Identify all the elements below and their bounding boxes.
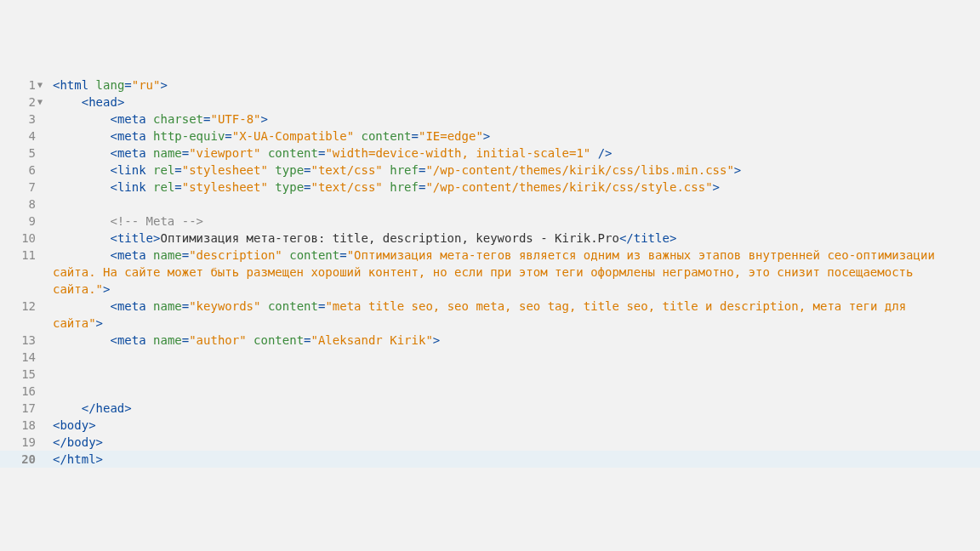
code-content[interactable]: <!-- Meta --> xyxy=(53,213,980,230)
code-line[interactable]: 9 <!-- Meta --> xyxy=(0,213,980,230)
code-content[interactable]: <title>Оптимизация мета-тегов: title, de… xyxy=(53,230,980,247)
code-content[interactable]: <link rel="stylesheet" type="text/css" h… xyxy=(53,162,980,179)
code-line[interactable]: 10 <title>Оптимизация мета-тегов: title,… xyxy=(0,230,980,247)
token-attr-name: lang xyxy=(96,78,125,92)
token-tag: head xyxy=(96,401,125,415)
token-punct: < xyxy=(110,146,117,160)
token-punct: = xyxy=(304,163,311,177)
code-content[interactable]: <html lang="ru"> xyxy=(53,77,980,94)
code-content[interactable]: <meta name="viewport" content="width=dev… xyxy=(53,145,980,162)
token-attr-val: "stylesheet" xyxy=(182,180,268,194)
token-punct: > xyxy=(483,129,490,143)
code-line[interactable]: 20</html> xyxy=(0,451,980,468)
fold-toggle-icon[interactable]: ▼ xyxy=(36,77,53,94)
line-number: 14 xyxy=(0,349,36,366)
token-tag: html xyxy=(60,78,88,92)
code-editor[interactable]: 1▼<html lang="ru">2▼ <head>3 <meta chars… xyxy=(0,0,980,519)
token-comment: <!-- Meta --> xyxy=(110,214,203,228)
code-line[interactable]: 3 <meta charset="UTF-8"> xyxy=(0,111,980,128)
code-line[interactable]: 6 <link rel="stylesheet" type="text/css"… xyxy=(0,162,980,179)
token-attr-name: type xyxy=(275,180,304,194)
token-punct: > xyxy=(117,95,124,109)
token-text-content xyxy=(383,180,390,194)
line-number: 17 xyxy=(0,400,36,417)
code-line[interactable]: 8 xyxy=(0,196,980,213)
token-punct: > xyxy=(261,112,268,126)
code-line[interactable]: 16 xyxy=(0,383,980,400)
token-punct: = xyxy=(182,333,189,347)
code-line[interactable]: 14 xyxy=(0,349,980,366)
token-tag: head xyxy=(88,95,117,109)
token-punct: = xyxy=(182,248,189,262)
token-attr-val: "keywords" xyxy=(189,299,260,313)
token-text-content xyxy=(146,146,153,160)
token-punct: > xyxy=(160,78,167,92)
code-content[interactable]: </head> xyxy=(53,400,980,417)
token-punct: > xyxy=(433,333,440,347)
token-punct: = xyxy=(124,78,131,92)
code-content[interactable]: <meta name="author" content="Aleksandr K… xyxy=(53,332,980,349)
token-punct: > xyxy=(669,231,676,245)
code-line[interactable]: 4 <meta http-equiv="X-UA-Compatible" con… xyxy=(0,128,980,145)
token-attr-name: content xyxy=(289,248,339,262)
token-tag: meta xyxy=(117,248,146,262)
code-content[interactable] xyxy=(53,349,980,366)
token-punct: > xyxy=(96,316,103,330)
code-content[interactable]: </body> xyxy=(53,434,980,451)
code-content[interactable]: <link rel="stylesheet" type="text/css" h… xyxy=(53,179,980,196)
line-number: 12 xyxy=(0,298,36,315)
code-line[interactable]: 5 <meta name="viewport" content="width=d… xyxy=(0,145,980,162)
code-content[interactable]: <meta name="keywords" content="meta titl… xyxy=(53,298,980,332)
token-attr-val: "Aleksandr Kirik" xyxy=(311,333,433,347)
code-content[interactable] xyxy=(53,196,980,213)
line-number: 4 xyxy=(0,128,36,145)
line-number: 15 xyxy=(0,366,36,383)
token-attr-name: name xyxy=(153,333,182,347)
token-punct: </ xyxy=(53,452,67,466)
token-text-content: Оптимизация мета-тегов: title, descripti… xyxy=(160,231,618,245)
code-line[interactable]: 12 <meta name="keywords" content="meta t… xyxy=(0,298,980,332)
token-punct: < xyxy=(110,231,117,245)
token-text-content xyxy=(146,248,153,262)
code-content[interactable]: <meta charset="UTF-8"> xyxy=(53,111,980,128)
token-punct: > xyxy=(88,418,95,432)
code-line[interactable]: 17 </head> xyxy=(0,400,980,417)
token-attr-val: "width=device-width, initial-scale=1" xyxy=(325,146,590,160)
token-attr-val: "/wp-content/themes/kirik/css/libs.min.c… xyxy=(425,163,733,177)
code-line[interactable]: 2▼ <head> xyxy=(0,94,980,111)
code-content[interactable]: <meta http-equiv="X-UA-Compatible" conte… xyxy=(53,128,980,145)
code-content[interactable] xyxy=(53,366,980,383)
fold-toggle-icon[interactable]: ▼ xyxy=(36,94,53,111)
token-tag: meta xyxy=(117,333,146,347)
line-number: 16 xyxy=(0,383,36,400)
code-content[interactable] xyxy=(53,383,980,400)
code-line[interactable]: 11 <meta name="description" content="Опт… xyxy=(0,247,980,298)
token-punct: < xyxy=(110,163,117,177)
token-text-content xyxy=(146,129,153,143)
token-punct: < xyxy=(110,248,117,262)
code-content[interactable]: <head> xyxy=(53,94,980,111)
code-content[interactable]: <meta name="description" content="Оптими… xyxy=(53,247,980,298)
code-line[interactable]: 19</body> xyxy=(0,434,980,451)
token-punct: < xyxy=(110,333,117,347)
code-content[interactable]: </html> xyxy=(53,451,980,468)
code-line[interactable]: 7 <link rel="stylesheet" type="text/css"… xyxy=(0,179,980,196)
token-attr-val: "X-UA-Compatible" xyxy=(232,129,354,143)
code-line[interactable]: 13 <meta name="author" content="Aleksand… xyxy=(0,332,980,349)
token-text-content xyxy=(354,129,361,143)
token-tag: title xyxy=(117,231,153,245)
token-text-content xyxy=(146,180,153,194)
token-punct: < xyxy=(82,95,88,109)
token-attr-name: rel xyxy=(153,180,174,194)
code-line[interactable]: 15 xyxy=(0,366,980,383)
code-content[interactable]: <body> xyxy=(53,417,980,434)
token-punct: > xyxy=(124,401,131,415)
code-line[interactable]: 18<body> xyxy=(0,417,980,434)
token-attr-name: href xyxy=(390,163,419,177)
token-attr-name: content xyxy=(254,333,304,347)
token-attr-name: charset xyxy=(153,112,203,126)
token-punct: > xyxy=(96,452,103,466)
token-punct: = xyxy=(304,180,311,194)
code-line[interactable]: 1▼<html lang="ru"> xyxy=(0,77,980,94)
token-tag: link xyxy=(117,180,146,194)
